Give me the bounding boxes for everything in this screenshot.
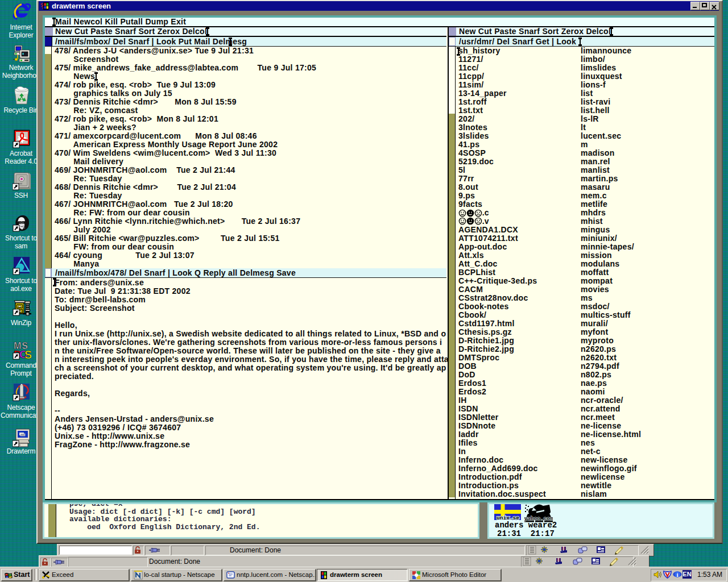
svg-text:unix.se: unix.se (497, 515, 519, 521)
svg-text:i: i (676, 571, 678, 578)
svg-text:S: S (24, 348, 31, 360)
